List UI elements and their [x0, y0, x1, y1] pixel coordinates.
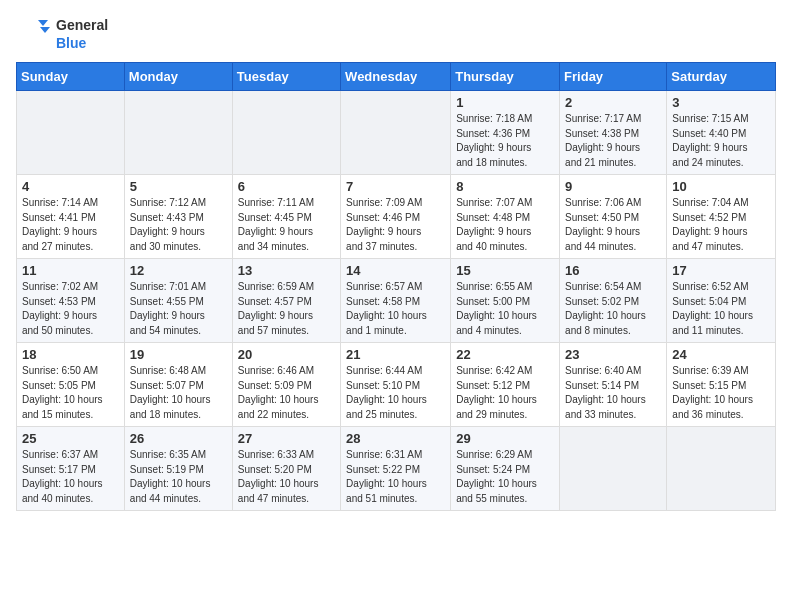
calendar-cell: 13Sunrise: 6:59 AM Sunset: 4:57 PM Dayli… [232, 259, 340, 343]
day-info: Sunrise: 6:29 AM Sunset: 5:24 PM Dayligh… [456, 448, 554, 506]
weekday-header-row: SundayMondayTuesdayWednesdayThursdayFrid… [17, 63, 776, 91]
day-info: Sunrise: 7:12 AM Sunset: 4:43 PM Dayligh… [130, 196, 227, 254]
calendar-cell: 11Sunrise: 7:02 AM Sunset: 4:53 PM Dayli… [17, 259, 125, 343]
day-number: 9 [565, 179, 661, 194]
day-number: 14 [346, 263, 445, 278]
calendar-week-row: 11Sunrise: 7:02 AM Sunset: 4:53 PM Dayli… [17, 259, 776, 343]
day-info: Sunrise: 6:46 AM Sunset: 5:09 PM Dayligh… [238, 364, 335, 422]
calendar-cell: 5Sunrise: 7:12 AM Sunset: 4:43 PM Daylig… [124, 175, 232, 259]
calendar-cell: 23Sunrise: 6:40 AM Sunset: 5:14 PM Dayli… [560, 343, 667, 427]
weekday-header-friday: Friday [560, 63, 667, 91]
calendar-cell: 29Sunrise: 6:29 AM Sunset: 5:24 PM Dayli… [451, 427, 560, 511]
day-number: 4 [22, 179, 119, 194]
day-info: Sunrise: 6:37 AM Sunset: 5:17 PM Dayligh… [22, 448, 119, 506]
logo-blue-text: Blue [56, 35, 86, 51]
calendar-cell: 12Sunrise: 7:01 AM Sunset: 4:55 PM Dayli… [124, 259, 232, 343]
day-info: Sunrise: 6:40 AM Sunset: 5:14 PM Dayligh… [565, 364, 661, 422]
calendar-cell [560, 427, 667, 511]
svg-marker-0 [38, 20, 48, 26]
day-info: Sunrise: 6:35 AM Sunset: 5:19 PM Dayligh… [130, 448, 227, 506]
day-info: Sunrise: 6:54 AM Sunset: 5:02 PM Dayligh… [565, 280, 661, 338]
calendar-cell [667, 427, 776, 511]
day-number: 11 [22, 263, 119, 278]
weekday-header-sunday: Sunday [17, 63, 125, 91]
day-number: 18 [22, 347, 119, 362]
calendar-cell: 18Sunrise: 6:50 AM Sunset: 5:05 PM Dayli… [17, 343, 125, 427]
day-info: Sunrise: 7:17 AM Sunset: 4:38 PM Dayligh… [565, 112, 661, 170]
calendar-cell: 24Sunrise: 6:39 AM Sunset: 5:15 PM Dayli… [667, 343, 776, 427]
logo-general-text: General [56, 17, 108, 33]
day-number: 23 [565, 347, 661, 362]
day-info: Sunrise: 7:02 AM Sunset: 4:53 PM Dayligh… [22, 280, 119, 338]
day-number: 5 [130, 179, 227, 194]
calendar-table: SundayMondayTuesdayWednesdayThursdayFrid… [16, 62, 776, 511]
day-number: 7 [346, 179, 445, 194]
day-number: 15 [456, 263, 554, 278]
day-info: Sunrise: 6:44 AM Sunset: 5:10 PM Dayligh… [346, 364, 445, 422]
day-info: Sunrise: 7:14 AM Sunset: 4:41 PM Dayligh… [22, 196, 119, 254]
calendar-cell: 22Sunrise: 6:42 AM Sunset: 5:12 PM Dayli… [451, 343, 560, 427]
calendar-cell: 6Sunrise: 7:11 AM Sunset: 4:45 PM Daylig… [232, 175, 340, 259]
weekday-header-wednesday: Wednesday [341, 63, 451, 91]
calendar-cell: 17Sunrise: 6:52 AM Sunset: 5:04 PM Dayli… [667, 259, 776, 343]
calendar-cell [124, 91, 232, 175]
logo: GeneralBlue [16, 16, 108, 52]
day-info: Sunrise: 6:39 AM Sunset: 5:15 PM Dayligh… [672, 364, 770, 422]
day-number: 16 [565, 263, 661, 278]
calendar-cell: 28Sunrise: 6:31 AM Sunset: 5:22 PM Dayli… [341, 427, 451, 511]
day-number: 22 [456, 347, 554, 362]
calendar-cell: 3Sunrise: 7:15 AM Sunset: 4:40 PM Daylig… [667, 91, 776, 175]
calendar-cell: 14Sunrise: 6:57 AM Sunset: 4:58 PM Dayli… [341, 259, 451, 343]
day-number: 10 [672, 179, 770, 194]
day-number: 29 [456, 431, 554, 446]
day-info: Sunrise: 6:59 AM Sunset: 4:57 PM Dayligh… [238, 280, 335, 338]
day-info: Sunrise: 7:18 AM Sunset: 4:36 PM Dayligh… [456, 112, 554, 170]
calendar-cell: 21Sunrise: 6:44 AM Sunset: 5:10 PM Dayli… [341, 343, 451, 427]
calendar-cell: 10Sunrise: 7:04 AM Sunset: 4:52 PM Dayli… [667, 175, 776, 259]
logo-svg [16, 16, 52, 52]
day-number: 8 [456, 179, 554, 194]
calendar-cell: 9Sunrise: 7:06 AM Sunset: 4:50 PM Daylig… [560, 175, 667, 259]
day-number: 17 [672, 263, 770, 278]
day-info: Sunrise: 6:55 AM Sunset: 5:00 PM Dayligh… [456, 280, 554, 338]
calendar-cell: 2Sunrise: 7:17 AM Sunset: 4:38 PM Daylig… [560, 91, 667, 175]
calendar-cell: 7Sunrise: 7:09 AM Sunset: 4:46 PM Daylig… [341, 175, 451, 259]
weekday-header-tuesday: Tuesday [232, 63, 340, 91]
weekday-header-monday: Monday [124, 63, 232, 91]
day-number: 6 [238, 179, 335, 194]
day-number: 27 [238, 431, 335, 446]
day-number: 19 [130, 347, 227, 362]
day-info: Sunrise: 6:57 AM Sunset: 4:58 PM Dayligh… [346, 280, 445, 338]
calendar-week-row: 1Sunrise: 7:18 AM Sunset: 4:36 PM Daylig… [17, 91, 776, 175]
calendar-week-row: 18Sunrise: 6:50 AM Sunset: 5:05 PM Dayli… [17, 343, 776, 427]
day-number: 2 [565, 95, 661, 110]
calendar-cell: 15Sunrise: 6:55 AM Sunset: 5:00 PM Dayli… [451, 259, 560, 343]
day-number: 20 [238, 347, 335, 362]
day-info: Sunrise: 6:50 AM Sunset: 5:05 PM Dayligh… [22, 364, 119, 422]
day-info: Sunrise: 7:15 AM Sunset: 4:40 PM Dayligh… [672, 112, 770, 170]
calendar-cell [17, 91, 125, 175]
day-number: 12 [130, 263, 227, 278]
day-number: 26 [130, 431, 227, 446]
day-number: 21 [346, 347, 445, 362]
day-info: Sunrise: 6:52 AM Sunset: 5:04 PM Dayligh… [672, 280, 770, 338]
day-info: Sunrise: 6:33 AM Sunset: 5:20 PM Dayligh… [238, 448, 335, 506]
calendar-cell: 26Sunrise: 6:35 AM Sunset: 5:19 PM Dayli… [124, 427, 232, 511]
day-info: Sunrise: 7:07 AM Sunset: 4:48 PM Dayligh… [456, 196, 554, 254]
calendar-week-row: 4Sunrise: 7:14 AM Sunset: 4:41 PM Daylig… [17, 175, 776, 259]
day-info: Sunrise: 7:04 AM Sunset: 4:52 PM Dayligh… [672, 196, 770, 254]
day-number: 28 [346, 431, 445, 446]
calendar-cell: 27Sunrise: 6:33 AM Sunset: 5:20 PM Dayli… [232, 427, 340, 511]
day-info: Sunrise: 6:31 AM Sunset: 5:22 PM Dayligh… [346, 448, 445, 506]
day-number: 3 [672, 95, 770, 110]
calendar-cell: 25Sunrise: 6:37 AM Sunset: 5:17 PM Dayli… [17, 427, 125, 511]
day-number: 25 [22, 431, 119, 446]
calendar-week-row: 25Sunrise: 6:37 AM Sunset: 5:17 PM Dayli… [17, 427, 776, 511]
calendar-cell: 8Sunrise: 7:07 AM Sunset: 4:48 PM Daylig… [451, 175, 560, 259]
day-info: Sunrise: 6:42 AM Sunset: 5:12 PM Dayligh… [456, 364, 554, 422]
day-number: 1 [456, 95, 554, 110]
day-info: Sunrise: 7:06 AM Sunset: 4:50 PM Dayligh… [565, 196, 661, 254]
calendar-cell [341, 91, 451, 175]
day-number: 24 [672, 347, 770, 362]
calendar-cell: 16Sunrise: 6:54 AM Sunset: 5:02 PM Dayli… [560, 259, 667, 343]
